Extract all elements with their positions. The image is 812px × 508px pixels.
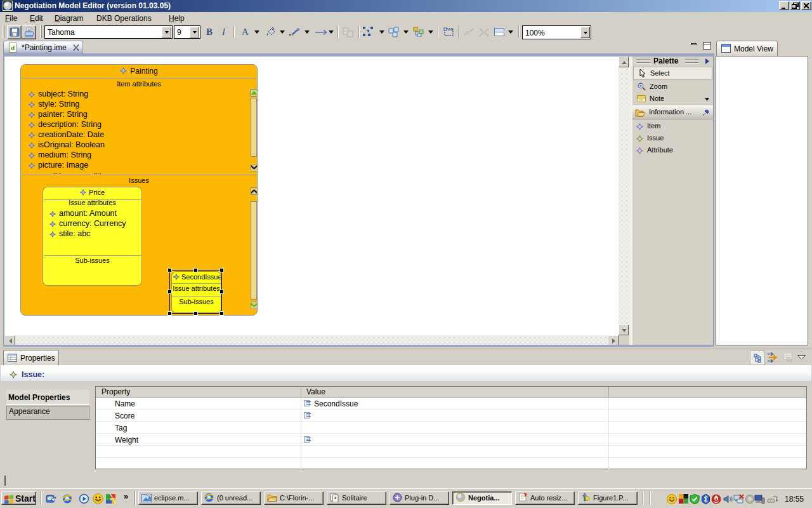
svg-text:d: d bbox=[11, 44, 15, 51]
